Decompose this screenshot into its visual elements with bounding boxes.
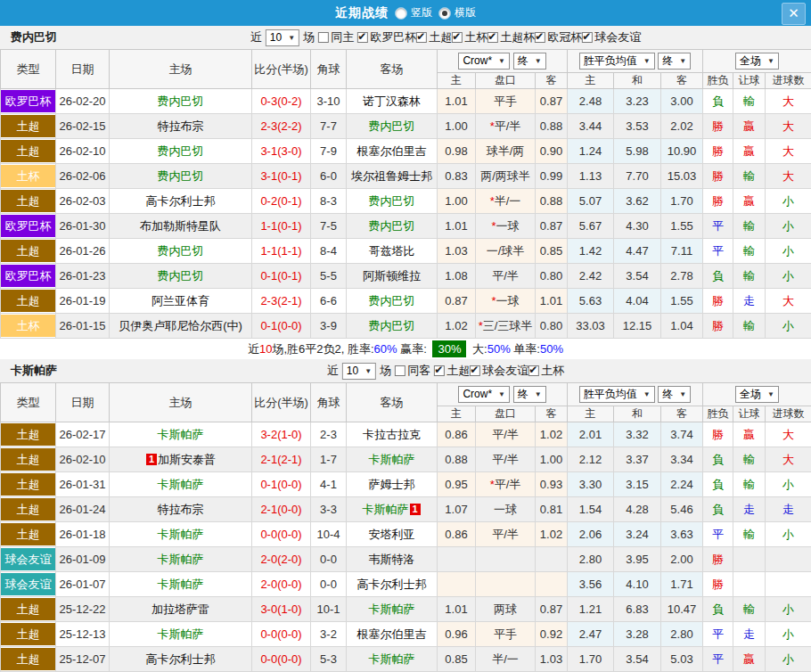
league-filter[interactable]: 球会友谊 bbox=[470, 363, 528, 379]
handicap-cell: *平/半 bbox=[476, 114, 536, 139]
checkbox-checked-icon[interactable] bbox=[452, 32, 463, 43]
league-filter[interactable]: 土杯 bbox=[452, 29, 487, 45]
home-team-cell: 费内巴切 bbox=[110, 264, 252, 289]
date-cell: 26-02-03 bbox=[56, 189, 110, 214]
avg-draw-cell: 3.23 bbox=[614, 89, 661, 114]
team-link: 加拉塔萨雷 bbox=[152, 602, 209, 616]
odds-source-group: Crow* 终 bbox=[438, 383, 568, 406]
checkbox-checked-icon[interactable] bbox=[487, 32, 498, 43]
league-filter[interactable]: 土超 bbox=[434, 363, 470, 379]
league-filter[interactable]: 土超 bbox=[416, 29, 452, 45]
score-cell: 0-2(0-1) bbox=[252, 189, 311, 214]
avg-draw-cell: 3.37 bbox=[614, 447, 661, 472]
checkbox-checked-icon[interactable] bbox=[470, 365, 480, 376]
fulltime-select[interactable]: 全场 bbox=[735, 386, 779, 403]
handicap-cell: 一球 bbox=[476, 497, 536, 522]
competition-type-cell: 欧罗巴杯 bbox=[1, 264, 56, 289]
odds-stage-select[interactable]: 终 bbox=[513, 53, 546, 70]
date-cell: 26-01-24 bbox=[56, 497, 110, 522]
checkbox-checked-icon[interactable] bbox=[434, 365, 445, 376]
avg-draw-cell: 3.28 bbox=[614, 622, 661, 647]
goals-result-cell: 大 bbox=[766, 164, 811, 189]
avg-home-cell: 2.48 bbox=[568, 89, 614, 114]
league-label: 土超 bbox=[429, 29, 452, 45]
handicap-cell: *一球 bbox=[476, 289, 536, 314]
odds-company-select[interactable]: Crow* bbox=[458, 53, 510, 70]
corner-cell: 6-6 bbox=[311, 289, 347, 314]
layout-horizontal-option[interactable]: 横版 bbox=[438, 5, 476, 20]
odds-stage-select[interactable]: 终 bbox=[513, 386, 546, 403]
wdl-result-cell: 負 bbox=[703, 497, 733, 522]
same-venue-filter[interactable]: 同客 bbox=[395, 363, 430, 379]
checkbox-unchecked-icon[interactable] bbox=[318, 32, 329, 43]
checkbox-unchecked-icon[interactable] bbox=[395, 365, 406, 376]
league-filter[interactable]: 欧罗巴杯 bbox=[357, 29, 416, 45]
wdl-result-cell: 負 bbox=[703, 89, 733, 114]
col-goals: 进球数 bbox=[766, 73, 811, 89]
odds-home-cell: 1.00 bbox=[438, 189, 476, 214]
away-team-cell: 萨姆士邦 bbox=[347, 472, 438, 497]
avg-type-select[interactable]: 胜平负均值 bbox=[579, 53, 655, 70]
competition-type-cell: 欧罗巴杯 bbox=[1, 89, 56, 114]
handicap-result-cell: 輸 bbox=[733, 314, 766, 339]
team-link: 卡斯帕萨 bbox=[158, 478, 204, 491]
corner-cell: 3-2 bbox=[311, 622, 347, 647]
league-filter[interactable]: 欧冠杯 bbox=[535, 29, 582, 45]
handicap-cell: 平手 bbox=[476, 622, 536, 647]
handicap-cell: 平手 bbox=[476, 89, 536, 114]
team-section-0: 费内巴切 近 10 场 同主 欧罗巴杯土超土杯土超杯欧冠杯球会友谊 bbox=[0, 26, 811, 359]
date-cell: 26-01-19 bbox=[56, 289, 110, 314]
score-cell: 3-1(0-1) bbox=[252, 164, 311, 189]
recent-count-select[interactable]: 10 bbox=[342, 363, 376, 380]
close-button[interactable]: ✕ bbox=[782, 3, 806, 25]
handicap-cell: 平/半 bbox=[476, 422, 536, 447]
date-cell: 26-02-06 bbox=[56, 164, 110, 189]
score-cell: 0-1(0-1) bbox=[252, 264, 311, 289]
record-summary: 近10场,胜6平2负2, 胜率:60% 赢率: 30% 大:50% 单率:50% bbox=[0, 339, 811, 359]
league-filter[interactable]: 球会友谊 bbox=[582, 29, 641, 45]
date-cell: 26-01-07 bbox=[56, 572, 110, 597]
checkbox-checked-icon[interactable] bbox=[357, 32, 368, 43]
team-link: 费内巴切 bbox=[158, 169, 204, 183]
odds-company-select[interactable]: Crow* bbox=[458, 386, 510, 403]
checkbox-checked-icon[interactable] bbox=[528, 365, 539, 376]
avg-stage-select[interactable]: 终 bbox=[658, 53, 691, 70]
away-team-cell: 卡斯帕萨1 bbox=[347, 497, 438, 522]
avg-type-select[interactable]: 胜平负均值 bbox=[579, 386, 655, 403]
avg-away-cell: 3.34 bbox=[661, 447, 703, 472]
odds-home-cell: 0.95 bbox=[438, 472, 476, 497]
team-link: 高卡尔利士邦 bbox=[146, 652, 216, 666]
date-cell: 26-01-30 bbox=[56, 214, 110, 239]
fulltime-select[interactable]: 全场 bbox=[735, 53, 779, 70]
checkbox-checked-icon[interactable] bbox=[582, 32, 593, 43]
handicap-result-cell: 贏 bbox=[733, 189, 766, 214]
date-cell: 26-01-18 bbox=[56, 522, 110, 547]
col-odds-home: 主 bbox=[438, 73, 476, 89]
goals-result-cell: 大 bbox=[766, 139, 811, 164]
avg-stage-select[interactable]: 终 bbox=[658, 386, 691, 403]
team-section-1: 卡斯帕萨 近 10 场 同客 土超球会友谊土杯 bbox=[0, 359, 811, 672]
checkbox-checked-icon[interactable] bbox=[416, 32, 427, 43]
wdl-result-cell: 勝 bbox=[703, 289, 733, 314]
competition-type-cell: 土超 bbox=[1, 622, 56, 647]
match-row: 土杯26-02-06费内巴切3-1(0-1)6-0埃尔祖鲁姆士邦0.83两/两球… bbox=[1, 164, 811, 189]
radio-unselected-icon[interactable] bbox=[395, 7, 407, 20]
same-venue-filter[interactable]: 同主 bbox=[318, 29, 354, 45]
avg-home-cell: 33.03 bbox=[568, 314, 614, 339]
competition-type-cell: 土超 bbox=[1, 522, 56, 547]
handicap-cell: 平/半 bbox=[476, 522, 536, 547]
match-row: 土超26-02-03高卡尔利士邦0-2(0-1)8-3费内巴切1.00*半/一0… bbox=[1, 189, 811, 214]
league-label: 土超 bbox=[446, 363, 470, 379]
recent-count-select[interactable]: 10 bbox=[266, 29, 299, 46]
league-filter[interactable]: 土超杯 bbox=[487, 29, 535, 45]
col-home: 主场 bbox=[110, 50, 252, 89]
league-filter[interactable]: 土杯 bbox=[528, 363, 564, 379]
handicap-result-cell: 贏 bbox=[733, 422, 766, 447]
home-team-cell: 1加斯安泰普 bbox=[110, 447, 252, 472]
radio-selected-icon[interactable] bbox=[438, 7, 451, 20]
checkbox-checked-icon[interactable] bbox=[535, 32, 545, 43]
score-cell: 0-0(0-0) bbox=[252, 622, 311, 647]
layout-vertical-option[interactable]: 竖版 bbox=[395, 5, 432, 20]
wdl-result-cell: 平 bbox=[703, 522, 733, 547]
away-team-cell: 哥兹塔比 bbox=[347, 239, 438, 264]
